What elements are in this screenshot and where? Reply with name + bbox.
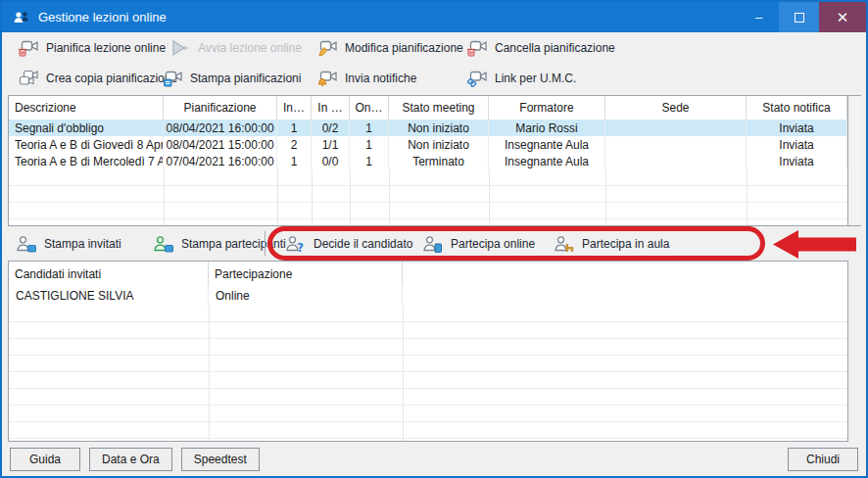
column-header-formatore[interactable]: Formatore xyxy=(489,96,605,120)
camera-delete-icon xyxy=(466,39,488,57)
cell-stato-meeting: Non iniziato xyxy=(389,136,489,153)
minimize-button[interactable]: – xyxy=(739,2,779,32)
toolbar-button-label: Stampa invitati xyxy=(44,237,121,251)
table-row[interactable]: Teoria A e B di Mercoledì 7 Apr.. 07/04/… xyxy=(9,153,847,169)
title-bar: Gestione lezioni online – ✕ xyxy=(2,2,866,32)
table-row[interactable]: Teoria A e B di Giovedì 8 Aprile.. 08/04… xyxy=(9,136,847,153)
toolbar-button-label: Stampa pianificazioni xyxy=(190,72,301,85)
schedule-table-header: Descrizione Pianificazione In… In … On… … xyxy=(9,96,847,120)
schedule-table: Descrizione Pianificazione In… In … On… … xyxy=(8,95,848,226)
column-header-partecipazione[interactable]: Partecipazione xyxy=(209,262,403,286)
toolbar-button-invia-notifiche[interactable]: Invia notifiche xyxy=(309,65,424,91)
cell-in2: 0/0 xyxy=(312,153,350,169)
camera-print-icon xyxy=(162,70,183,87)
cell-in2: 1/1 xyxy=(312,136,350,153)
cell-in1: 2 xyxy=(277,136,312,153)
speedtest-button[interactable]: Speedtest xyxy=(181,448,260,471)
toolbar-button-label: Link per U.M.C. xyxy=(495,72,576,85)
cell-descrizione: Teoria A e B di Giovedì 8 Aprile.. xyxy=(9,136,164,153)
annotation-arrow-icon xyxy=(773,230,856,263)
toolbar-button-label: Partecipa online xyxy=(451,237,535,251)
toolbar-button-partecipa-in-aula[interactable]: Partecipa in aula xyxy=(546,230,677,257)
cell-sede xyxy=(605,120,747,136)
cell-stato-notifica: Inviata xyxy=(747,153,847,169)
toolbar-button-link-umc[interactable]: Link per U.M.C. xyxy=(458,65,584,91)
cell-on: 1 xyxy=(350,120,389,136)
toolbar-button-avvia-lezione[interactable]: Avvia lezione online xyxy=(162,34,310,61)
toolbar-button-label: Cancella pianificazione xyxy=(495,41,615,55)
column-header-sede[interactable]: Sede xyxy=(605,96,747,120)
toolbar-button-decide-candidato[interactable]: ? Decide il candidato xyxy=(277,230,420,257)
maximize-icon xyxy=(795,13,804,23)
guida-button[interactable]: Guida xyxy=(10,448,80,471)
empty-rows-area xyxy=(9,169,847,225)
toolbar-button-label: Decide il candidato xyxy=(313,237,412,251)
toolbar-button-stampa-partecipanti[interactable]: Stampa partecipanti xyxy=(145,230,294,257)
toolbar-button-label: Avvia lezione online xyxy=(198,41,302,55)
cell-sede xyxy=(605,153,747,169)
participants-toolbar: Stampa invitati Stampa partecipanti ? De… xyxy=(2,226,866,261)
cell-pianificazione: 08/04/2021 16:00:00 xyxy=(164,120,277,136)
cell-stato-meeting: Terminato xyxy=(389,153,489,169)
cell-descrizione: Segnali d'obbligo xyxy=(9,120,164,136)
camera-bell-icon xyxy=(316,70,338,87)
cell-on: 1 xyxy=(350,136,389,153)
person-question-icon: ? xyxy=(285,235,307,253)
table-row[interactable]: CASTIGLIONE SILVIA Online xyxy=(9,286,847,306)
toolbar-button-pianifica-lezione[interactable]: Pianifica lezione online xyxy=(10,34,173,61)
cell-stato-notifica: Inviata xyxy=(747,120,847,136)
cell-partecipazione: Online xyxy=(209,286,403,306)
cell-in1: 1 xyxy=(277,153,312,169)
person-green-print-icon xyxy=(153,235,174,253)
cell-formatore: Insegnante Aula xyxy=(489,153,605,169)
toolbar-button-label: Invia notifiche xyxy=(345,72,416,85)
cell-in1: 1 xyxy=(277,120,312,136)
footer-bar: Guida Data e Ora Speedtest Chiudi xyxy=(2,442,866,476)
camera-edit-icon xyxy=(316,39,338,57)
toolbar-separator xyxy=(265,231,265,256)
close-button[interactable]: ✕ xyxy=(819,2,866,32)
toolbar-button-label: Modifica pianificazione xyxy=(345,41,463,55)
toolbar-button-stampa-pianificazioni[interactable]: Stampa pianificazioni xyxy=(154,65,309,91)
column-header-on[interactable]: On… xyxy=(350,96,389,120)
cell-pianificazione: 08/04/2021 15:00:00 xyxy=(164,136,277,153)
cell-in2: 0/2 xyxy=(312,120,350,136)
main-toolbar: Pianifica lezione online Avvia lezione o… xyxy=(2,32,866,95)
cell-pianificazione: 07/04/2021 16:00:00 xyxy=(164,153,277,169)
table-row[interactable]: Segnali d'obbligo 08/04/2021 16:00:00 1 … xyxy=(9,120,847,136)
toolbar-button-cancella-pianificazione[interactable]: Cancella pianificazione xyxy=(458,34,623,61)
camera-delete-icon xyxy=(18,39,39,57)
cell-formatore: Insegnante Aula xyxy=(489,136,605,153)
column-header-in1[interactable]: In… xyxy=(277,96,312,120)
people-group-icon xyxy=(13,11,30,24)
cell-candidato: CASTIGLIONE SILVIA xyxy=(9,286,209,306)
cell-on: 1 xyxy=(350,153,389,169)
app-window: Gestione lezioni online – ✕ Pian xyxy=(0,0,868,478)
toolbar-button-partecipa-online[interactable]: Partecipa online xyxy=(414,230,543,257)
column-header-candidati-invitati[interactable]: Candidati invitati xyxy=(9,262,209,286)
data-e-ora-button[interactable]: Data e Ora xyxy=(89,448,172,471)
person-screen-icon xyxy=(422,235,444,253)
toolbar-button-modifica-pianificazione[interactable]: Modifica pianificazione xyxy=(309,34,471,61)
toolbar-button-stampa-invitati[interactable]: Stampa invitati xyxy=(8,230,129,257)
cell-stato-meeting: Non iniziato xyxy=(389,120,489,136)
empty-rows-area xyxy=(9,306,847,441)
toolbar-button-label: Stampa partecipanti xyxy=(181,237,286,251)
svg-text:?: ? xyxy=(297,241,304,253)
window-title: Gestione lezioni online xyxy=(38,10,739,24)
chiudi-button[interactable]: Chiudi xyxy=(788,448,858,471)
column-header-pianificazione[interactable]: Pianificazione xyxy=(164,96,277,120)
cell-stato-notifica: Inviata xyxy=(747,136,847,153)
candidates-table-header: Candidati invitati Partecipazione xyxy=(9,262,847,286)
column-header-descrizione[interactable]: Descrizione xyxy=(9,96,164,120)
column-header-in2[interactable]: In … xyxy=(312,96,350,120)
person-chair-icon xyxy=(554,235,575,253)
cell-sede xyxy=(605,136,747,153)
column-header-stato-meeting[interactable]: Stato meeting xyxy=(389,96,489,120)
vertical-scrollbar[interactable] xyxy=(848,95,861,226)
candidates-table: Candidati invitati Partecipazione CASTIG… xyxy=(8,261,848,442)
play-icon xyxy=(169,39,191,57)
camera-link-icon xyxy=(466,70,488,87)
column-header-stato-notifica[interactable]: Stato notifica xyxy=(747,96,847,120)
maximize-button[interactable] xyxy=(779,2,819,32)
